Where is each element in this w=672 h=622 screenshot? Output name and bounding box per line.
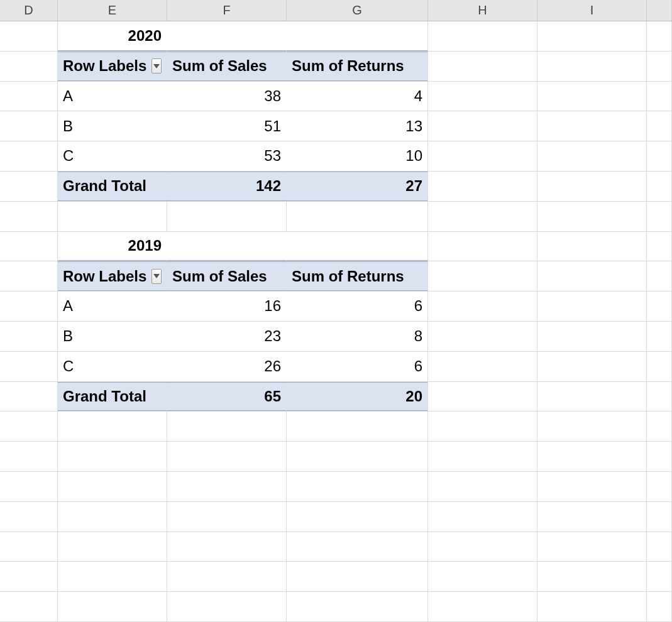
spreadsheet-row[interactable]: Grand Total 65 20 [0, 382, 672, 412]
pivot1-sum-returns-header[interactable]: Sum of Returns [287, 52, 428, 81]
column-header-D[interactable]: D [0, 0, 58, 21]
spreadsheet[interactable]: D E F G H I 2020 Row Labels [0, 0, 672, 622]
pivot1-grand-total-returns[interactable]: 27 [287, 172, 428, 201]
cell-H[interactable] [428, 442, 537, 471]
pivot1-sales-value[interactable]: 38 [167, 82, 287, 111]
cell-J[interactable] [647, 141, 672, 171]
cell-I[interactable] [537, 592, 647, 621]
pivot2-sum-returns-header[interactable]: Sum of Returns [287, 261, 428, 291]
cell-H[interactable] [428, 292, 537, 321]
cell-J[interactable] [647, 232, 672, 261]
cell-J[interactable] [647, 382, 672, 412]
cell-J[interactable] [647, 261, 672, 291]
pivot1-sum-sales-header[interactable]: Sum of Sales [167, 52, 287, 81]
cell-F[interactable] [167, 232, 287, 261]
cell-H[interactable] [428, 412, 537, 441]
cell-G[interactable] [287, 412, 428, 441]
column-header-partial[interactable] [647, 0, 672, 21]
pivot1-grand-total-sales[interactable]: 142 [167, 172, 287, 201]
cell-I[interactable] [537, 82, 647, 111]
spreadsheet-row[interactable]: B 23 8 [0, 322, 672, 352]
cell-H[interactable] [428, 592, 537, 621]
cell-H[interactable] [428, 232, 537, 261]
cell-J[interactable] [647, 412, 672, 441]
spreadsheet-row[interactable]: Row Labels Sum of Sales Sum of Returns [0, 52, 672, 82]
pivot1-row-label[interactable]: B [58, 111, 167, 141]
spreadsheet-row[interactable] [0, 442, 672, 472]
pivot1-filter-button[interactable] [151, 58, 162, 74]
cell-G[interactable] [287, 562, 428, 591]
cell-H[interactable] [428, 21, 537, 51]
cell-G[interactable] [287, 502, 428, 532]
pivot2-sales-value[interactable]: 26 [167, 352, 287, 381]
spreadsheet-row[interactable]: C 26 6 [0, 352, 672, 382]
pivot2-sum-sales-header[interactable]: Sum of Sales [167, 261, 287, 291]
pivot2-grand-total-label[interactable]: Grand Total [58, 382, 167, 412]
pivot2-row-label[interactable]: B [58, 322, 167, 351]
spreadsheet-row[interactable] [0, 472, 672, 502]
cell-I[interactable] [537, 442, 647, 471]
cell-D[interactable] [0, 141, 58, 171]
cell-D[interactable] [0, 21, 58, 51]
cell-I[interactable] [537, 172, 647, 201]
cell-D[interactable] [0, 82, 58, 111]
cell-J[interactable] [647, 322, 672, 351]
cell-F[interactable] [167, 21, 287, 51]
cell-D[interactable] [0, 562, 58, 591]
cell-G[interactable] [287, 21, 428, 51]
column-header-G[interactable]: G [287, 0, 428, 21]
cell-J[interactable] [647, 202, 672, 231]
spreadsheet-row[interactable]: B 51 13 [0, 111, 672, 141]
cell-I[interactable] [537, 472, 647, 501]
cell-E[interactable] [58, 202, 167, 231]
cell-I[interactable] [537, 532, 647, 562]
cell-J[interactable] [647, 172, 672, 201]
pivot1-returns-value[interactable]: 4 [287, 82, 428, 111]
cell-D[interactable] [0, 352, 58, 381]
pivot1-row-labels-header[interactable]: Row Labels [58, 52, 167, 81]
cell-I[interactable] [537, 141, 647, 171]
pivot1-sales-value[interactable]: 53 [167, 141, 287, 171]
pivot1-returns-value[interactable]: 13 [287, 111, 428, 141]
cell-D[interactable] [0, 232, 58, 261]
cell-J[interactable] [647, 52, 672, 81]
cell-D[interactable] [0, 382, 58, 412]
cell-H[interactable] [428, 532, 537, 562]
cell-D[interactable] [0, 502, 58, 532]
spreadsheet-row[interactable]: A 38 4 [0, 82, 672, 112]
cell-G[interactable] [287, 532, 428, 562]
pivot2-filter-button[interactable] [151, 269, 162, 284]
pivot1-title-cell[interactable]: 2020 [58, 21, 167, 51]
cell-H[interactable] [428, 111, 537, 141]
pivot2-row-labels-header[interactable]: Row Labels [58, 261, 167, 291]
cell-F[interactable] [167, 532, 287, 562]
spreadsheet-row[interactable] [0, 502, 672, 532]
cell-J[interactable] [647, 472, 672, 501]
cell-I[interactable] [537, 261, 647, 291]
pivot1-row-label[interactable]: C [58, 141, 167, 171]
spreadsheet-row[interactable] [0, 532, 672, 562]
cell-I[interactable] [537, 52, 647, 81]
cell-I[interactable] [537, 111, 647, 141]
spreadsheet-row[interactable]: Row Labels Sum of Sales Sum of Returns [0, 261, 672, 292]
cell-F[interactable] [167, 202, 287, 231]
column-header-F[interactable]: F [167, 0, 287, 21]
cell-J[interactable] [647, 562, 672, 591]
cell-J[interactable] [647, 292, 672, 321]
cell-G[interactable] [287, 592, 428, 621]
pivot2-row-label[interactable]: A [58, 292, 167, 321]
cell-G[interactable] [287, 472, 428, 501]
cell-G[interactable] [287, 442, 428, 471]
cell-D[interactable] [0, 472, 58, 501]
cell-D[interactable] [0, 592, 58, 621]
cell-H[interactable] [428, 202, 537, 231]
cell-E[interactable] [58, 532, 167, 562]
pivot2-returns-value[interactable]: 6 [287, 352, 428, 381]
cell-D[interactable] [0, 532, 58, 562]
cell-I[interactable] [537, 412, 647, 441]
cell-J[interactable] [647, 352, 672, 381]
cell-J[interactable] [647, 502, 672, 532]
column-header-I[interactable]: I [537, 0, 647, 21]
cell-E[interactable] [58, 472, 167, 501]
cell-F[interactable] [167, 562, 287, 591]
